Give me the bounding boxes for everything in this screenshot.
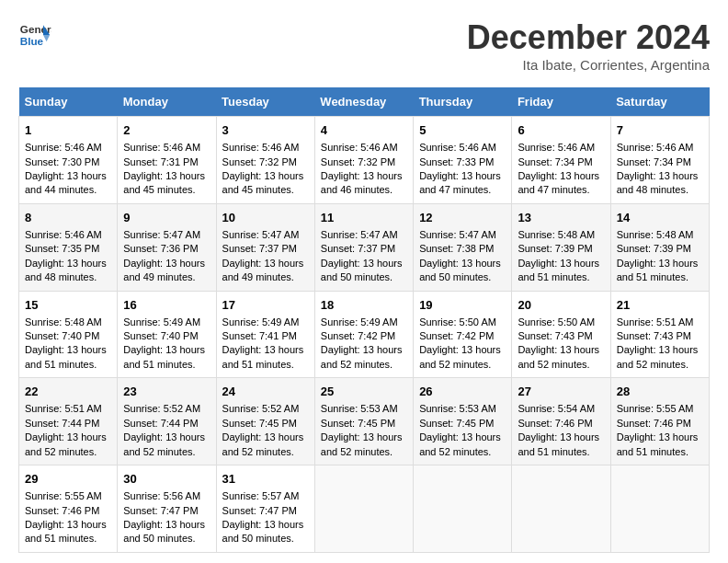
title-block: December 2024 Ita Ibate, Corrientes, Arg… bbox=[467, 18, 710, 73]
daylight: Daylight: 13 hours and 50 minutes. bbox=[222, 519, 304, 544]
sunrise: Sunrise: 5:53 AM bbox=[321, 403, 398, 414]
sunset: Sunset: 7:45 PM bbox=[222, 418, 297, 429]
sunset: Sunset: 7:35 PM bbox=[25, 243, 99, 254]
calendar-cell: 23Sunrise: 5:52 AMSunset: 7:44 PMDayligh… bbox=[118, 378, 216, 465]
daylight: Daylight: 13 hours and 52 minutes. bbox=[419, 344, 501, 369]
sunset: Sunset: 7:40 PM bbox=[25, 330, 99, 341]
day-number: 10 bbox=[222, 210, 309, 226]
calendar-cell: 25Sunrise: 5:53 AMSunset: 7:45 PMDayligh… bbox=[314, 378, 413, 465]
calendar-cell: 22Sunrise: 5:51 AMSunset: 7:44 PMDayligh… bbox=[19, 378, 118, 465]
calendar-cell: 14Sunrise: 5:48 AMSunset: 7:39 PMDayligh… bbox=[610, 203, 709, 291]
daylight: Daylight: 13 hours and 52 minutes. bbox=[321, 431, 403, 456]
day-number: 8 bbox=[25, 210, 111, 226]
calendar-cell: 6Sunrise: 5:46 AMSunset: 7:34 PMDaylight… bbox=[512, 117, 610, 204]
daylight: Daylight: 13 hours and 45 minutes. bbox=[123, 170, 205, 195]
calendar-cell: 17Sunrise: 5:49 AMSunset: 7:41 PMDayligh… bbox=[216, 291, 314, 378]
sunset: Sunset: 7:42 PM bbox=[419, 330, 494, 341]
calendar-cell: 10Sunrise: 5:47 AMSunset: 7:37 PMDayligh… bbox=[216, 203, 314, 291]
calendar-cell: 15Sunrise: 5:48 AMSunset: 7:40 PMDayligh… bbox=[19, 291, 118, 378]
calendar-cell: 16Sunrise: 5:49 AMSunset: 7:40 PMDayligh… bbox=[118, 291, 216, 378]
sunset: Sunset: 7:40 PM bbox=[123, 330, 198, 341]
calendar-cell: 7Sunrise: 5:46 AMSunset: 7:34 PMDaylight… bbox=[610, 117, 709, 204]
sunrise: Sunrise: 5:49 AM bbox=[321, 316, 398, 327]
sunset: Sunset: 7:37 PM bbox=[321, 243, 395, 254]
sunrise: Sunrise: 5:48 AM bbox=[25, 316, 102, 327]
day-number: 28 bbox=[617, 384, 703, 400]
calendar-week-row: 29Sunrise: 5:55 AMSunset: 7:46 PMDayligh… bbox=[19, 465, 710, 553]
sunset: Sunset: 7:45 PM bbox=[321, 418, 395, 429]
page-header: General Blue December 2024 Ita Ibate, Co… bbox=[18, 18, 710, 73]
day-number: 6 bbox=[518, 122, 604, 139]
daylight: Daylight: 13 hours and 52 minutes. bbox=[617, 344, 699, 369]
sunrise: Sunrise: 5:46 AM bbox=[321, 142, 398, 153]
sunrise: Sunrise: 5:50 AM bbox=[419, 316, 496, 327]
daylight: Daylight: 13 hours and 44 minutes. bbox=[25, 170, 107, 195]
sunset: Sunset: 7:44 PM bbox=[123, 418, 198, 429]
daylight: Daylight: 13 hours and 52 minutes. bbox=[25, 431, 107, 456]
logo: General Blue bbox=[18, 18, 51, 52]
day-number: 9 bbox=[123, 210, 210, 226]
daylight: Daylight: 13 hours and 48 minutes. bbox=[25, 258, 107, 282]
sunset: Sunset: 7:43 PM bbox=[518, 330, 592, 341]
day-number: 24 bbox=[222, 384, 309, 400]
day-number: 19 bbox=[419, 297, 506, 314]
sunrise: Sunrise: 5:55 AM bbox=[617, 403, 694, 414]
day-number: 15 bbox=[25, 297, 111, 314]
sunset: Sunset: 7:46 PM bbox=[25, 505, 99, 516]
sunset: Sunset: 7:39 PM bbox=[518, 243, 592, 254]
day-number: 7 bbox=[617, 122, 703, 139]
day-number: 5 bbox=[419, 122, 506, 139]
daylight: Daylight: 13 hours and 49 minutes. bbox=[123, 258, 205, 282]
calendar-cell: 5Sunrise: 5:46 AMSunset: 7:33 PMDaylight… bbox=[414, 117, 512, 204]
sunrise: Sunrise: 5:47 AM bbox=[222, 229, 300, 240]
weekday-header-friday: Friday bbox=[512, 87, 610, 117]
sunrise: Sunrise: 5:52 AM bbox=[222, 403, 300, 414]
weekday-header-thursday: Thursday bbox=[414, 87, 512, 117]
day-number: 25 bbox=[321, 384, 407, 400]
page-title: December 2024 bbox=[467, 18, 710, 57]
daylight: Daylight: 13 hours and 51 minutes. bbox=[617, 258, 699, 282]
sunset: Sunset: 7:46 PM bbox=[518, 418, 592, 429]
day-number: 3 bbox=[222, 122, 309, 139]
sunset: Sunset: 7:46 PM bbox=[617, 418, 691, 429]
day-number: 4 bbox=[321, 122, 407, 139]
day-number: 23 bbox=[123, 384, 210, 400]
day-number: 26 bbox=[419, 384, 506, 400]
calendar-cell bbox=[610, 465, 709, 553]
calendar-cell: 4Sunrise: 5:46 AMSunset: 7:32 PMDaylight… bbox=[314, 117, 413, 204]
calendar-cell: 24Sunrise: 5:52 AMSunset: 7:45 PMDayligh… bbox=[216, 378, 314, 465]
sunrise: Sunrise: 5:52 AM bbox=[123, 403, 200, 414]
weekday-header-saturday: Saturday bbox=[610, 87, 709, 117]
daylight: Daylight: 13 hours and 49 minutes. bbox=[222, 258, 304, 282]
daylight: Daylight: 13 hours and 51 minutes. bbox=[222, 344, 304, 369]
daylight: Daylight: 13 hours and 52 minutes. bbox=[123, 431, 205, 456]
calendar-week-row: 1Sunrise: 5:46 AMSunset: 7:30 PMDaylight… bbox=[19, 117, 710, 204]
day-number: 17 bbox=[222, 297, 309, 314]
sunrise: Sunrise: 5:56 AM bbox=[123, 490, 200, 501]
sunrise: Sunrise: 5:46 AM bbox=[617, 142, 694, 153]
sunset: Sunset: 7:31 PM bbox=[123, 156, 198, 167]
day-number: 14 bbox=[617, 210, 703, 226]
weekday-header-row: SundayMondayTuesdayWednesdayThursdayFrid… bbox=[19, 87, 710, 117]
daylight: Daylight: 13 hours and 50 minutes. bbox=[123, 519, 205, 544]
day-number: 20 bbox=[518, 297, 604, 314]
calendar-cell: 28Sunrise: 5:55 AMSunset: 7:46 PMDayligh… bbox=[610, 378, 709, 465]
sunrise: Sunrise: 5:49 AM bbox=[222, 316, 300, 327]
sunrise: Sunrise: 5:46 AM bbox=[25, 142, 102, 153]
daylight: Daylight: 13 hours and 50 minutes. bbox=[419, 258, 501, 282]
calendar-cell: 13Sunrise: 5:48 AMSunset: 7:39 PMDayligh… bbox=[512, 203, 610, 291]
sunrise: Sunrise: 5:46 AM bbox=[419, 142, 496, 153]
calendar-cell: 29Sunrise: 5:55 AMSunset: 7:46 PMDayligh… bbox=[19, 465, 118, 553]
sunset: Sunset: 7:47 PM bbox=[123, 505, 198, 516]
sunrise: Sunrise: 5:47 AM bbox=[419, 229, 496, 240]
calendar-week-row: 8Sunrise: 5:46 AMSunset: 7:35 PMDaylight… bbox=[19, 203, 710, 291]
sunrise: Sunrise: 5:48 AM bbox=[617, 229, 694, 240]
sunset: Sunset: 7:42 PM bbox=[321, 330, 395, 341]
calendar-table: SundayMondayTuesdayWednesdayThursdayFrid… bbox=[18, 87, 710, 553]
calendar-cell: 12Sunrise: 5:47 AMSunset: 7:38 PMDayligh… bbox=[414, 203, 512, 291]
daylight: Daylight: 13 hours and 52 minutes. bbox=[222, 431, 304, 456]
day-number: 18 bbox=[321, 297, 407, 314]
day-number: 11 bbox=[321, 210, 407, 226]
day-number: 29 bbox=[25, 471, 111, 488]
sunset: Sunset: 7:34 PM bbox=[617, 156, 691, 167]
